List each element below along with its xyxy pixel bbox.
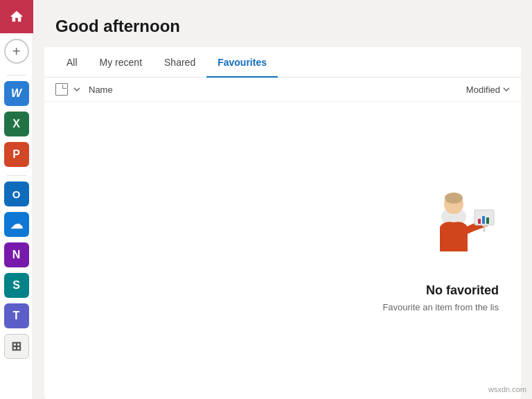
sidebar-item-word[interactable]: W xyxy=(4,81,29,106)
plus-icon: + xyxy=(12,44,21,60)
svg-rect-5 xyxy=(478,219,481,224)
sidebar-item-onedrive[interactable]: ☁ xyxy=(4,212,29,237)
tab-shared[interactable]: Shared xyxy=(153,47,206,78)
sidebar-divider-2 xyxy=(7,175,26,176)
tabs-bar: All My recent Shared Favourites xyxy=(44,47,521,78)
excel-icon: X xyxy=(12,118,20,130)
sidebar-item-excel[interactable]: X xyxy=(4,112,29,136)
chevron-down-icon xyxy=(73,86,80,93)
content-area: All My recent Shared Favourites Name Mod… xyxy=(44,47,521,399)
list-header: Name Modified xyxy=(44,78,521,102)
svg-rect-7 xyxy=(486,218,489,224)
empty-text-area: No favorited Favourite an item from the … xyxy=(382,283,499,312)
sidebar-divider xyxy=(7,75,26,76)
teams-icon: T xyxy=(13,310,20,322)
no-favorites-illustration xyxy=(402,175,499,272)
modified-label: Modified xyxy=(466,85,500,95)
sidebar-item-sharepoint[interactable]: S xyxy=(4,273,29,298)
sidebar-item-powerpoint[interactable]: P xyxy=(4,142,29,167)
svg-rect-6 xyxy=(482,216,485,224)
sidebar-item-all-apps[interactable]: ⊞ xyxy=(4,334,29,359)
svg-point-2 xyxy=(445,193,463,204)
sidebar: + W X P O ☁ N S T ⊞ xyxy=(0,0,33,399)
watermark: wsxdn.com xyxy=(488,385,526,393)
home-icon xyxy=(9,9,24,24)
empty-illustration xyxy=(402,175,499,272)
sidebar-add-button[interactable]: + xyxy=(4,39,29,64)
outlook-icon: O xyxy=(12,188,21,200)
onedrive-icon: ☁ xyxy=(10,217,23,232)
file-type-icon xyxy=(55,83,68,96)
apps-grid-icon: ⊞ xyxy=(11,339,21,354)
main-content: Good afternoon All My recent Shared Favo… xyxy=(33,0,532,399)
greeting-heading: Good afternoon xyxy=(33,0,532,47)
empty-subtitle: Favourite an item from the lis xyxy=(382,302,499,312)
tab-all[interactable]: All xyxy=(55,47,89,78)
sharepoint-icon: S xyxy=(12,279,20,292)
tab-my-recent[interactable]: My recent xyxy=(89,47,153,78)
modified-column-header[interactable]: Modified xyxy=(466,85,510,95)
tab-favourites[interactable]: Favourites xyxy=(206,47,278,78)
empty-title: No favorited xyxy=(382,283,499,298)
word-icon: W xyxy=(11,87,21,100)
modified-chevron-icon xyxy=(503,86,510,93)
name-column-header: Name xyxy=(89,85,113,95)
sidebar-item-onenote[interactable]: N xyxy=(4,242,29,267)
sidebar-item-outlook[interactable]: O xyxy=(4,181,29,206)
empty-state: No favorited Favourite an item from the … xyxy=(44,102,521,399)
sidebar-item-home[interactable] xyxy=(0,0,33,33)
list-header-file[interactable]: Name xyxy=(55,83,466,96)
onenote-icon: N xyxy=(12,249,21,261)
powerpoint-icon: P xyxy=(12,148,20,161)
sidebar-item-teams[interactable]: T xyxy=(4,303,29,328)
